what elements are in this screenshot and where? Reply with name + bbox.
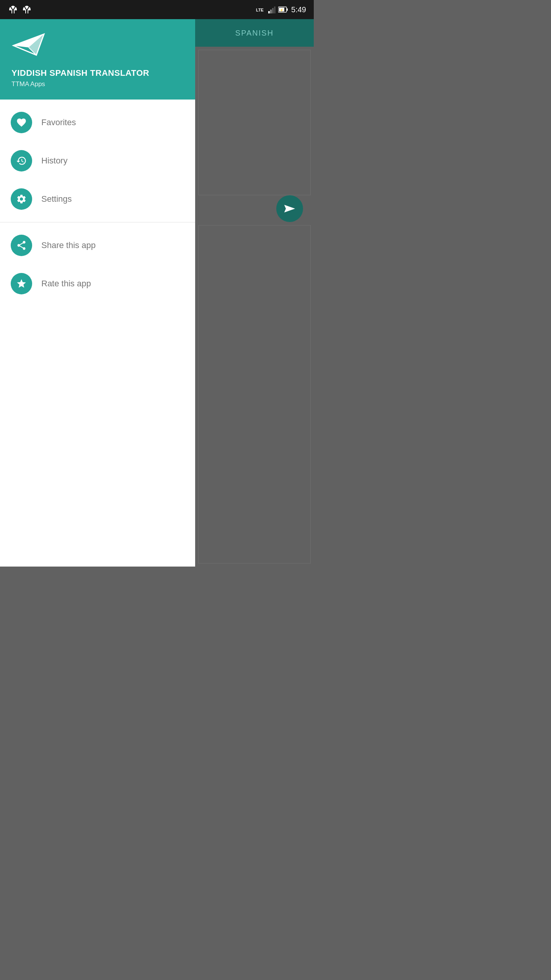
app-title: YIDDISH SPANISH TRANSLATOR xyxy=(11,68,184,78)
translate-divider xyxy=(198,198,311,225)
gear-icon xyxy=(16,194,27,204)
app-toolbar: SPANISH xyxy=(195,19,314,47)
menu-divider xyxy=(0,222,195,222)
target-text-area xyxy=(198,225,311,564)
settings-icon-circle xyxy=(11,188,32,210)
status-bar: LTE ⚡ 5:49 xyxy=(0,0,314,19)
share-icon-circle xyxy=(11,235,32,256)
notification-icon-1 xyxy=(8,4,18,15)
app-content: SPANISH xyxy=(195,19,314,567)
share-icon xyxy=(16,240,27,251)
svg-rect-1 xyxy=(268,11,270,13)
app-logo xyxy=(11,32,184,60)
svg-rect-3 xyxy=(272,8,274,13)
drawer-menu: Favorites History Settings xyxy=(0,100,195,567)
signal-icon xyxy=(268,6,276,13)
status-bar-left xyxy=(8,4,32,15)
drawer-header: YIDDISH SPANISH TRANSLATOR TTMA Apps xyxy=(0,19,195,100)
notification-icon-2 xyxy=(21,4,32,15)
lte-icon: LTE xyxy=(256,5,266,14)
toolbar-title: SPANISH xyxy=(235,29,274,38)
svg-marker-13 xyxy=(284,205,295,212)
svg-rect-6 xyxy=(287,8,288,11)
clock-icon xyxy=(16,155,27,166)
svg-text:LTE: LTE xyxy=(256,8,264,12)
status-time: 5:49 xyxy=(291,5,306,14)
svg-rect-2 xyxy=(270,10,272,13)
rate-label: Rate this app xyxy=(41,279,91,289)
status-bar-right: LTE ⚡ 5:49 xyxy=(256,5,306,14)
translate-button[interactable] xyxy=(276,195,303,222)
battery-icon: ⚡ xyxy=(278,6,288,13)
menu-item-rate[interactable]: Rate this app xyxy=(0,265,195,303)
favorites-icon-circle xyxy=(11,112,32,133)
logo-icon xyxy=(11,32,46,59)
app-subtitle: TTMA Apps xyxy=(11,80,184,88)
svg-rect-4 xyxy=(274,7,276,13)
navigation-drawer: YIDDISH SPANISH TRANSLATOR TTMA Apps Fav… xyxy=(0,19,195,567)
rate-icon-circle xyxy=(11,273,32,294)
status-icons: LTE ⚡ xyxy=(256,5,288,14)
share-label: Share this app xyxy=(41,240,96,250)
svg-text:⚡: ⚡ xyxy=(280,8,284,12)
menu-item-share[interactable]: Share this app xyxy=(0,226,195,265)
source-text-area xyxy=(198,50,311,195)
settings-label: Settings xyxy=(41,194,72,204)
menu-item-history[interactable]: History xyxy=(0,142,195,180)
history-icon-circle xyxy=(11,150,32,172)
history-label: History xyxy=(41,156,67,166)
heart-icon xyxy=(16,117,27,128)
menu-item-settings[interactable]: Settings xyxy=(0,180,195,218)
star-icon xyxy=(16,278,27,289)
translate-send-icon xyxy=(283,202,296,215)
favorites-label: Favorites xyxy=(41,118,76,127)
menu-item-favorites[interactable]: Favorites xyxy=(0,103,195,142)
app-body xyxy=(195,47,314,567)
main-layout: YIDDISH SPANISH TRANSLATOR TTMA Apps Fav… xyxy=(0,19,314,567)
